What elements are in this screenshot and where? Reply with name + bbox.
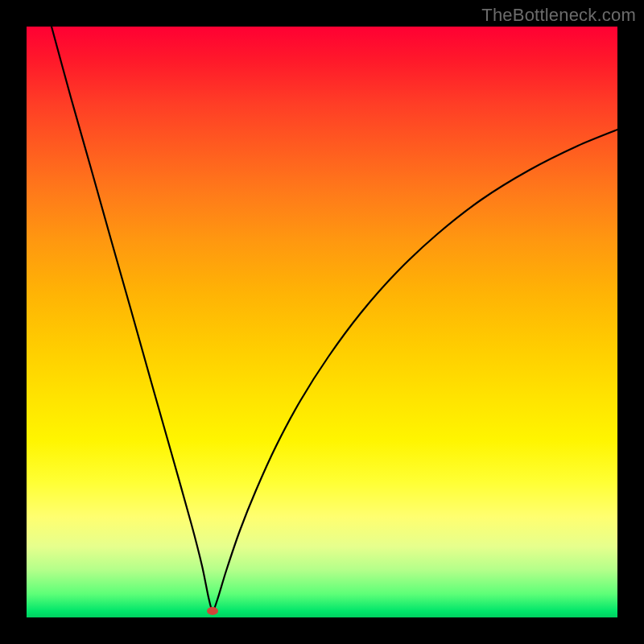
optimum-marker [207, 607, 218, 615]
chart-frame: TheBottleneck.com [0, 0, 644, 644]
plot-area [27, 27, 617, 617]
chart-svg [27, 27, 617, 617]
watermark-text: TheBottleneck.com [481, 5, 636, 26]
bottleneck-curve [52, 27, 617, 611]
